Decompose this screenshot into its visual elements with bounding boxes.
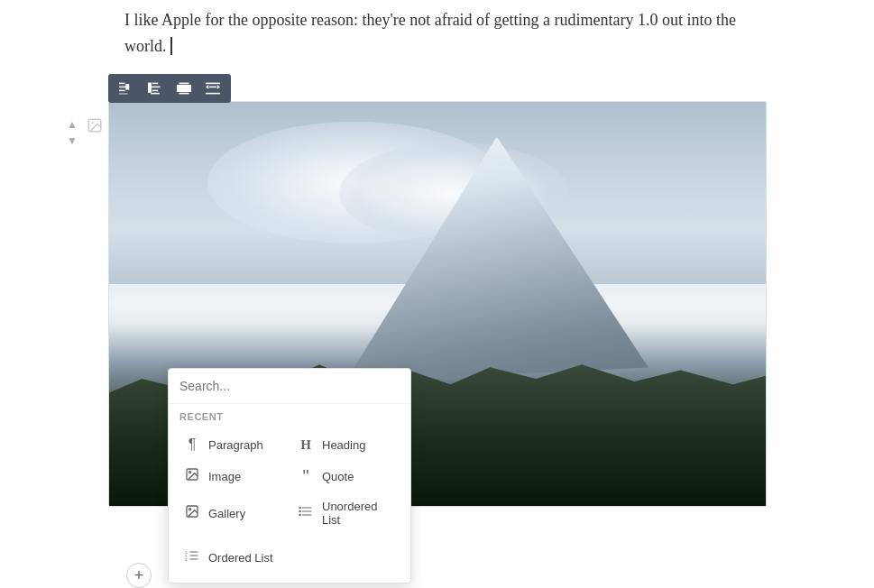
svg-point-23 <box>189 509 191 510</box>
svg-point-28 <box>299 510 300 512</box>
svg-rect-9 <box>148 83 152 93</box>
ordered-list-icon: 1. 2. 3. <box>183 548 201 566</box>
svg-rect-16 <box>206 83 220 85</box>
heading-label: Heading <box>322 438 365 452</box>
ordered-list-row: 1. 2. 3. Ordered List <box>169 541 410 583</box>
svg-point-29 <box>299 514 300 516</box>
svg-point-27 <box>299 507 300 509</box>
svg-rect-10 <box>177 85 191 92</box>
unordered-list-label: Unordered List <box>322 500 396 527</box>
block-item-quote[interactable]: " Quote <box>290 460 403 492</box>
svg-rect-11 <box>179 83 189 85</box>
svg-rect-17 <box>206 93 220 95</box>
svg-rect-0 <box>119 83 124 85</box>
svg-point-21 <box>189 472 191 473</box>
svg-rect-6 <box>150 87 160 88</box>
block-items-grid: ¶ Paragraph H Heading Image <box>169 426 410 541</box>
text-block[interactable]: I like Apple for the opposite reason: th… <box>124 7 766 60</box>
paragraph-label: Paragraph <box>208 438 263 452</box>
block-item-gallery[interactable]: Gallery <box>176 492 290 534</box>
svg-point-19 <box>91 122 93 124</box>
editor-area: I like Apple for the opposite reason: th… <box>0 0 874 588</box>
svg-text:3.: 3. <box>185 557 188 562</box>
image-label: Image <box>208 470 241 483</box>
fullwidth-button[interactable] <box>200 78 225 99</box>
align-left-icon <box>119 81 133 96</box>
align-wide-button[interactable] <box>171 78 197 99</box>
svg-rect-8 <box>151 93 160 95</box>
svg-rect-2 <box>119 90 124 92</box>
block-item-paragraph[interactable]: ¶ Paragraph <box>176 429 290 460</box>
block-inserter-dropdown: RECENT ¶ Paragraph H Heading <box>168 368 411 583</box>
image-toolbar <box>108 74 231 103</box>
align-wide-icon <box>177 81 191 96</box>
text-cursor <box>167 37 173 55</box>
move-up-button[interactable]: ▲ <box>65 117 79 132</box>
svg-marker-13 <box>206 85 208 89</box>
heading-icon: H <box>297 437 315 453</box>
block-search-input[interactable] <box>179 379 400 393</box>
svg-rect-5 <box>152 83 158 85</box>
svg-rect-15 <box>209 87 216 88</box>
block-item-image[interactable]: Image <box>176 460 290 492</box>
align-left-button[interactable] <box>114 78 139 99</box>
ordered-list-label: Ordered List <box>208 551 273 565</box>
image-icon <box>183 467 201 485</box>
block-mover: ▲ ▼ <box>65 117 79 148</box>
align-center-button[interactable] <box>143 78 168 99</box>
svg-rect-4 <box>125 84 129 89</box>
svg-rect-3 <box>119 94 128 95</box>
add-block-icon: + <box>134 567 144 583</box>
recent-section-label: RECENT <box>169 404 410 426</box>
text-content: I like Apple for the opposite reason: th… <box>124 11 736 55</box>
svg-marker-14 <box>217 85 220 89</box>
block-item-unordered-list[interactable]: Unordered List <box>290 492 403 534</box>
svg-rect-12 <box>179 93 189 95</box>
gallery-icon <box>183 504 201 522</box>
quote-label: Quote <box>322 470 354 483</box>
fullwidth-icon <box>206 81 220 96</box>
paragraph-icon: ¶ <box>183 436 201 453</box>
block-item-heading[interactable]: H Heading <box>290 429 403 460</box>
move-down-button[interactable]: ▼ <box>65 133 79 148</box>
svg-rect-7 <box>152 90 158 92</box>
block-search-container <box>169 369 410 404</box>
gallery-label: Gallery <box>208 507 245 520</box>
align-center-icon <box>148 81 162 96</box>
unordered-list-icon <box>297 504 315 522</box>
block-item-ordered-list[interactable]: 1. 2. 3. Ordered List <box>176 541 403 574</box>
add-block-button[interactable]: + <box>126 563 152 588</box>
block-type-icon <box>87 117 103 138</box>
quote-icon: " <box>297 467 315 485</box>
